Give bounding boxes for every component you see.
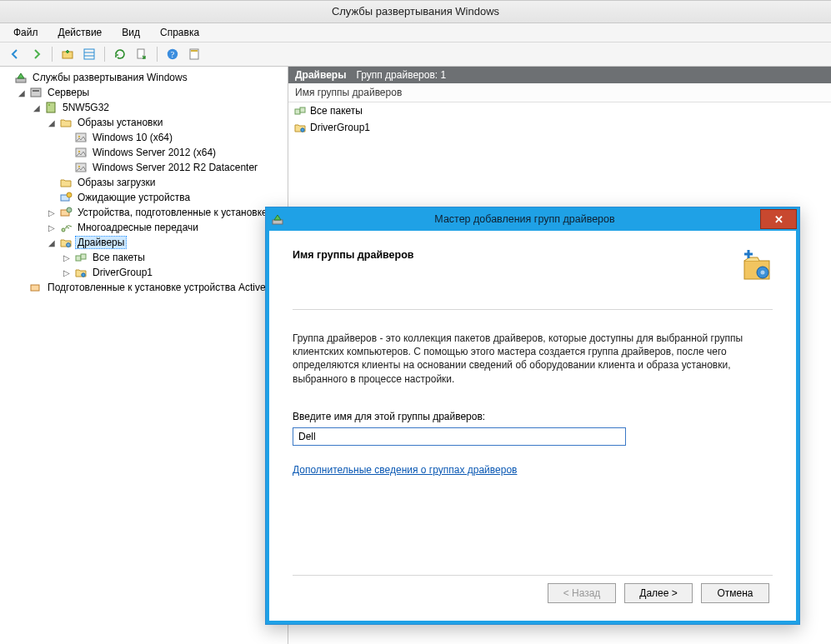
expander-icon[interactable]: ◢ (17, 87, 27, 97)
svg-rect-31 (300, 107, 305, 112)
tree-driver-group1[interactable]: ▷DriverGroup1 (60, 265, 288, 280)
list-item[interactable]: Все пакеты (288, 102, 831, 119)
tree-server-node[interactable]: ◢ 5NW5G32 (30, 100, 288, 115)
refresh-icon (113, 47, 127, 61)
expander-collapsed-icon[interactable]: ▷ (47, 222, 57, 232)
refresh-button[interactable] (110, 44, 130, 64)
help-icon: ? (166, 47, 179, 61)
dialog-app-icon (266, 207, 289, 231)
svg-rect-9 (16, 78, 26, 82)
driver-group-name-input[interactable] (293, 427, 626, 446)
tree-install-images-label: Образы установки (75, 117, 165, 128)
server-icon (44, 101, 58, 114)
tree-servers-label: Серверы (45, 87, 92, 98)
menu-file[interactable]: Файл (5, 25, 47, 40)
svg-point-28 (82, 273, 85, 277)
all-packages-icon (293, 104, 307, 117)
expander-collapsed-icon[interactable]: ▷ (62, 267, 72, 277)
tree-image-label: Windows Server 2012 R2 Datacenter (90, 162, 260, 173)
svg-rect-1 (84, 49, 94, 59)
list-count: Групп драйверов: 1 (356, 69, 446, 81)
add-button[interactable] (58, 44, 78, 64)
dialog-close-button[interactable]: ✕ (760, 209, 797, 229)
svg-rect-30 (295, 109, 300, 114)
menu-help[interactable]: Справка (152, 25, 208, 40)
nav-back-button[interactable] (5, 44, 25, 64)
servers-icon (29, 86, 43, 99)
wds-icon (271, 212, 284, 226)
expander-icon[interactable]: ◢ (32, 102, 42, 112)
nav-forward-button[interactable] (27, 44, 47, 64)
dialog-titlebar[interactable]: Мастер добавления групп драйверов ✕ (266, 207, 799, 231)
tree-root[interactable]: Службы развертывания Windows (0, 70, 288, 85)
list-header: Драйверы Групп драйверов: 1 (288, 67, 831, 83)
list-item-label: DriverGroup1 (310, 122, 370, 133)
multicast-icon (59, 221, 73, 234)
svg-point-19 (78, 166, 80, 167)
tree-install-images[interactable]: ◢ Образы установки (45, 115, 288, 130)
menubar: Файл Действие Вид Справка (0, 23, 831, 42)
svg-point-21 (67, 192, 72, 197)
svg-rect-12 (47, 102, 55, 112)
tree-prestaged-label: Устройства, подготовленные к установке (75, 207, 270, 218)
list-tab-title: Драйверы (295, 69, 346, 81)
tree-drivers[interactable]: ◢ Драйверы (45, 235, 288, 250)
add-folder-icon (61, 47, 74, 61)
details-icon (83, 47, 96, 61)
expander-icon[interactable]: ◢ (47, 237, 57, 247)
column-name: Имя группы драйверов (295, 87, 402, 98)
tree-drivers-label: Драйверы (75, 236, 127, 249)
back-button[interactable]: < Назад (548, 583, 616, 603)
tree-image-label: Windows 10 (x64) (90, 132, 175, 143)
next-button[interactable]: Далее > (624, 583, 693, 603)
tree-pane[interactable]: Службы развертывания Windows ◢ Серверы (0, 67, 288, 644)
svg-rect-29 (31, 285, 39, 291)
arrow-right-icon (30, 47, 43, 61)
tree-all-packages[interactable]: ▷Все пакеты (60, 250, 288, 265)
expander-collapsed-icon[interactable]: ▷ (62, 252, 72, 262)
tree-boot-images-label: Образы загрузки (75, 177, 158, 188)
svg-rect-27 (81, 254, 86, 259)
pending-devices-icon (59, 191, 73, 204)
image-icon (74, 131, 88, 144)
wizard-folder-icon (738, 249, 773, 284)
svg-point-23 (67, 207, 72, 212)
tree-ad-prestaged[interactable]: Подготовленные к установке устройства Ac… (15, 280, 288, 295)
cancel-button[interactable]: Отмена (701, 583, 769, 603)
wizard-dialog: Мастер добавления групп драйверов ✕ Имя … (265, 207, 800, 625)
tree-image-label: Windows Server 2012 (x64) (90, 147, 218, 158)
app-titlebar: Службы развертывания Windows (0, 0, 831, 23)
svg-rect-8 (191, 50, 198, 52)
menu-action[interactable]: Действие (50, 25, 111, 40)
properties-button[interactable] (184, 44, 204, 64)
expander-icon[interactable]: ◢ (47, 117, 57, 127)
svg-rect-33 (273, 220, 283, 224)
export-button[interactable] (132, 44, 152, 64)
tree-prestaged-devices[interactable]: ▷Устройства, подготовленные к установке (45, 205, 288, 220)
details-view-button[interactable] (79, 44, 99, 64)
svg-text:?: ? (171, 50, 175, 59)
tree-boot-images[interactable]: Образы загрузки (45, 175, 288, 190)
wds-root-icon (14, 71, 28, 84)
ad-prestaged-icon (29, 281, 43, 294)
tree-image-win10[interactable]: Windows 10 (x64) (60, 130, 288, 145)
list-column-header[interactable]: Имя группы драйверов (288, 83, 831, 102)
svg-point-15 (78, 136, 80, 137)
dialog-button-row: < Назад Далее > Отмена (293, 575, 773, 611)
tree-image-ws2012[interactable]: Windows Server 2012 (x64) (60, 145, 288, 160)
expander-collapsed-icon[interactable]: ▷ (47, 207, 57, 217)
svg-point-32 (301, 128, 304, 132)
menu-view[interactable]: Вид (113, 25, 148, 40)
list-item[interactable]: DriverGroup1 (288, 119, 831, 136)
driver-group-icon (74, 266, 88, 279)
dialog-field-label: Введите имя для этой группы драйверов: (293, 411, 773, 422)
svg-point-17 (78, 151, 80, 152)
learn-more-link[interactable]: Дополнительные сведения о группах драйве… (293, 464, 773, 476)
tree-multicast[interactable]: ▷Многоадресные передачи (45, 220, 288, 235)
dialog-title: Мастер добавления групп драйверов (289, 213, 760, 225)
tree-pending-devices[interactable]: Ожидающие устройства (45, 190, 288, 205)
tree-image-ws2012r2[interactable]: Windows Server 2012 R2 Datacenter (60, 160, 288, 175)
help-button[interactable]: ? (163, 44, 183, 64)
toolbar-separator (157, 47, 158, 62)
tree-servers[interactable]: ◢ Серверы (15, 85, 288, 100)
